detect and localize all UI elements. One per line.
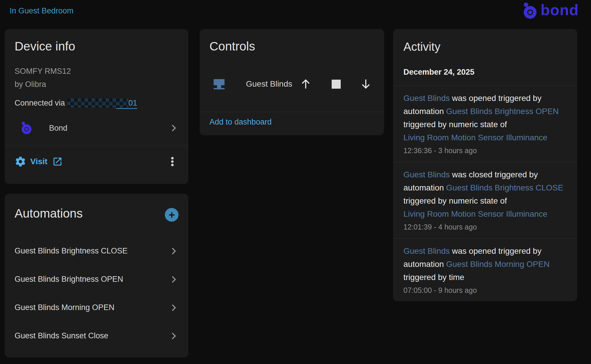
activity-entry-text: Guest Blinds was opened triggered byauto… [403,244,567,284]
activity-timestamp: 07:05:00 - 9 hours ago [403,286,567,295]
stop-square-icon [332,80,341,89]
activity-entity-link[interactable]: Guest Blinds Brightness OPEN [446,107,559,116]
chevron-right-icon [169,246,179,256]
activity-entity-link[interactable]: Guest Blinds Morning OPEN [446,260,550,269]
device-info-title: Device info [15,39,179,54]
activity-timestamp: 12:01:39 - 4 hours ago [403,223,567,231]
activity-date: December 24, 2025 [403,68,567,77]
divider [200,112,384,112]
automation-label: Guest Blinds Brightness OPEN [15,275,169,284]
activity-entry: Guest Blinds was opened triggered byauto… [403,86,567,162]
redacted-device-name [67,98,116,108]
activity-entry: Guest Blinds was closed triggered byauto… [393,162,577,238]
bond-wordmark: bond [541,2,579,19]
connected-via-label: Connected via [15,99,67,107]
activity-card: Activity December 24, 2025 Guest Blinds … [393,29,577,301]
activity-entity-link[interactable]: Living Room Motion Sensor Illuminance [403,209,547,218]
open-in-new-icon[interactable] [52,156,63,167]
integration-row-bond[interactable]: Bond [15,118,179,139]
cover-open-button[interactable] [297,75,314,93]
cover-stop-button[interactable] [327,75,345,93]
arrow-down-icon [359,78,372,90]
chevron-right-icon [169,123,179,133]
automations-list: Guest Blinds Brightness CLOSE Guest Blin… [15,237,179,350]
window-shutter-icon [211,76,227,93]
activity-text: automation [403,107,446,116]
activity-text: triggered by numeric state of [403,120,507,129]
area-breadcrumb-link[interactable]: In Guest Bedroom [10,6,74,15]
bond-brand: bond [521,2,579,20]
activity-text: automation [403,183,446,192]
automation-row[interactable]: Guest Blinds Sunset Close [15,322,179,350]
automation-label: Guest Blinds Brightness CLOSE [15,246,169,256]
controls-card: Controls Guest Blinds [200,29,384,135]
visit-link[interactable]: Visit [30,157,48,166]
chevron-right-icon [169,303,179,313]
connected-device-link[interactable]: 01 [116,99,137,109]
arrow-up-icon [299,78,312,90]
chevron-right-icon [169,331,179,341]
activity-entry-text: Guest Blinds was closed triggered byauto… [403,168,567,220]
redacted-device-name [116,98,128,108]
automation-row[interactable]: Guest Blinds Brightness CLOSE [15,237,179,265]
automation-row[interactable]: Guest Blinds Morning OPEN [15,293,179,322]
activity-text: triggered by time [403,273,464,282]
divider [5,145,188,145]
cover-control-row: Guest Blinds [209,73,374,96]
activity-entity-link[interactable]: Guest Blinds [403,246,450,256]
automation-label: Guest Blinds Morning OPEN [15,303,169,312]
chevron-right-icon [169,274,179,284]
activity-entity-link[interactable]: Guest Blinds [403,94,450,103]
activity-timestamp: 12:36:36 - 3 hours ago [403,146,567,155]
activity-entity-link[interactable]: Guest Blinds [403,170,450,179]
activity-text: was opened triggered by [450,246,541,256]
bond-logo-icon [20,121,33,135]
integration-name: Bond [49,124,169,133]
controls-title: Controls [209,39,374,54]
device-manufacturer: by Olibra [15,78,179,91]
bond-logo-icon [521,2,538,20]
activity-entries: Guest Blinds was opened triggered byauto… [403,86,567,302]
activity-entry-text: Guest Blinds was opened triggered byauto… [403,92,567,144]
automations-card: Automations Guest Blinds Brightness CLOS… [5,194,188,357]
gear-icon[interactable] [15,156,26,167]
activity-text: automation [403,260,446,269]
device-page: In Guest Bedroom bond Device info SOMFY … [0,0,591,364]
activity-entity-link[interactable]: Living Room Motion Sensor Illuminance [403,133,547,142]
add-automation-button[interactable] [165,208,179,222]
entity-name: Guest Blinds [246,79,292,89]
cover-close-button[interactable] [357,75,375,93]
activity-entity-link[interactable]: Guest Blinds Brightness CLOSE [446,183,563,192]
activity-title: Activity [403,40,567,54]
activity-text: triggered by numeric state of [403,196,507,205]
activity-text: was opened triggered by [450,94,541,103]
automations-title: Automations [15,206,165,221]
automation-label: Guest Blinds Sunset Close [15,331,169,340]
automation-row[interactable]: Guest Blinds Brightness OPEN [15,265,179,293]
device-model: SOMFY RMS12 [15,65,179,78]
add-to-dashboard-link[interactable]: Add to dashboard [209,118,272,127]
activity-entry: Guest Blinds was opened triggered byauto… [393,238,577,302]
device-info-card: Device info SOMFY RMS12 by Olibra Connec… [5,29,188,184]
kebab-menu-icon[interactable] [166,154,179,169]
activity-text: was closed triggered by [450,170,538,179]
plus-icon [168,211,176,219]
